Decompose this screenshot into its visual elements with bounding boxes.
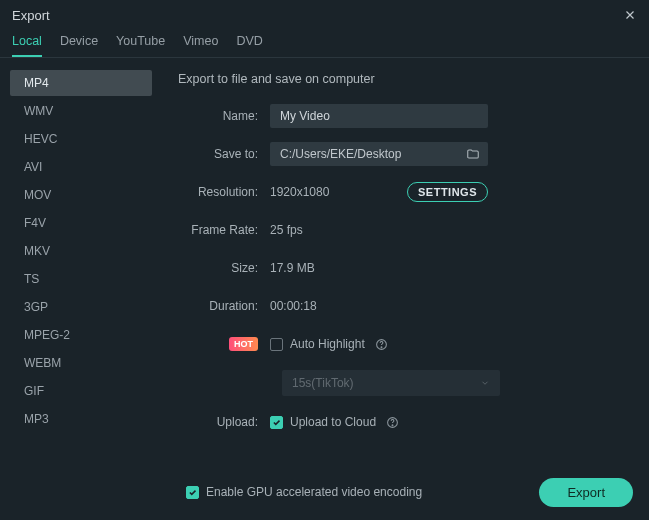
chevron-down-icon: [480, 378, 490, 388]
resolution-value: 1920x1080: [270, 185, 329, 199]
format-avi[interactable]: AVI: [10, 154, 152, 180]
format-wmv[interactable]: WMV: [10, 98, 152, 124]
content-panel: Export to file and save on computer Name…: [162, 58, 649, 468]
close-icon[interactable]: [623, 8, 637, 22]
tab-local[interactable]: Local: [12, 34, 42, 57]
framerate-value: 25 fps: [270, 223, 303, 237]
footer: Enable GPU accelerated video encoding Ex…: [0, 468, 649, 516]
label-resolution: Resolution:: [178, 185, 270, 199]
preset-select[interactable]: 15s(TikTok): [282, 370, 500, 396]
format-mov[interactable]: MOV: [10, 182, 152, 208]
row-resolution: Resolution: 1920x1080 SETTINGS: [178, 180, 629, 204]
format-sidebar: MP4 WMV HEVC AVI MOV F4V MKV TS 3GP MPEG…: [0, 58, 162, 468]
saveto-path: C:/Users/EKE/Desktop: [280, 147, 466, 161]
preset-value: 15s(TikTok): [292, 376, 354, 390]
format-mkv[interactable]: MKV: [10, 238, 152, 264]
label-framerate: Frame Rate:: [178, 223, 270, 237]
format-mp3[interactable]: MP3: [10, 406, 152, 432]
size-value: 17.9 MB: [270, 261, 315, 275]
tab-dvd[interactable]: DVD: [236, 34, 262, 57]
main: MP4 WMV HEVC AVI MOV F4V MKV TS 3GP MPEG…: [0, 58, 649, 468]
row-duration: Duration: 00:00:18: [178, 294, 629, 318]
tab-youtube[interactable]: YouTube: [116, 34, 165, 57]
format-mp4[interactable]: MP4: [10, 70, 152, 96]
format-ts[interactable]: TS: [10, 266, 152, 292]
tab-vimeo[interactable]: Vimeo: [183, 34, 218, 57]
saveto-field[interactable]: C:/Users/EKE/Desktop: [270, 142, 488, 166]
label-saveto: Save to:: [178, 147, 270, 161]
help-icon[interactable]: [386, 416, 399, 429]
format-mpeg2[interactable]: MPEG-2: [10, 322, 152, 348]
row-name: Name:: [178, 104, 629, 128]
format-3gp[interactable]: 3GP: [10, 294, 152, 320]
auto-highlight-checkbox[interactable]: [270, 338, 283, 351]
upload-cloud-checkbox[interactable]: [270, 416, 283, 429]
format-gif[interactable]: GIF: [10, 378, 152, 404]
format-f4v[interactable]: F4V: [10, 210, 152, 236]
format-webm[interactable]: WEBM: [10, 350, 152, 376]
gpu-label: Enable GPU accelerated video encoding: [206, 485, 422, 499]
format-hevc[interactable]: HEVC: [10, 126, 152, 152]
row-upload: Upload: Upload to Cloud: [178, 410, 629, 434]
name-input[interactable]: [270, 104, 488, 128]
svg-point-3: [392, 424, 393, 425]
gpu-checkbox[interactable]: [186, 486, 199, 499]
label-duration: Duration:: [178, 299, 270, 313]
row-saveto: Save to: C:/Users/EKE/Desktop: [178, 142, 629, 166]
help-icon[interactable]: [375, 338, 388, 351]
duration-value: 00:00:18: [270, 299, 317, 313]
svg-point-1: [381, 346, 382, 347]
auto-highlight-label: Auto Highlight: [290, 337, 365, 351]
hot-badge: HOT: [229, 337, 258, 351]
tab-device[interactable]: Device: [60, 34, 98, 57]
folder-icon[interactable]: [466, 147, 480, 161]
label-size: Size:: [178, 261, 270, 275]
window-title: Export: [12, 8, 50, 23]
content-heading: Export to file and save on computer: [178, 72, 629, 86]
row-framerate: Frame Rate: 25 fps: [178, 218, 629, 242]
titlebar: Export: [0, 0, 649, 30]
settings-button[interactable]: SETTINGS: [407, 182, 488, 202]
row-autohighlight: HOT Auto Highlight: [178, 332, 629, 356]
label-upload: Upload:: [178, 415, 270, 429]
row-size: Size: 17.9 MB: [178, 256, 629, 280]
upload-cloud-label: Upload to Cloud: [290, 415, 376, 429]
export-button[interactable]: Export: [539, 478, 633, 507]
tabs: Local Device YouTube Vimeo DVD: [0, 30, 649, 58]
label-name: Name:: [178, 109, 270, 123]
